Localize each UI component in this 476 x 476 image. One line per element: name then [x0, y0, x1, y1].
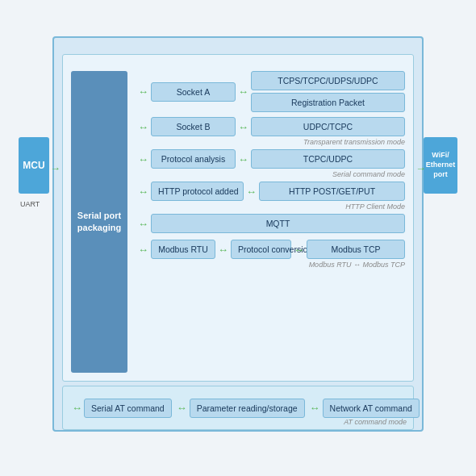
arrow-12: ↔ — [294, 244, 304, 256]
arrow-4: ↔ — [238, 121, 248, 133]
tcps-box: TCPS/TCPC/UDPS/UDPC — [251, 71, 405, 90]
arrow-15: ↔ — [310, 402, 320, 414]
serial-at-box: Serial AT command — [84, 399, 172, 418]
protocol-analysis-box: Protocol analysis — [151, 149, 236, 169]
http-post-box: HTTP POST/GET/PUT — [259, 182, 405, 201]
serial-port-block: Serial port packaging — [71, 71, 127, 373]
bottom-at-row: ↔ Serial AT command ↔ Parameter reading/… — [62, 386, 414, 430]
mcu-block: MCU — [19, 137, 49, 194]
modbus-mode-label: Modbus RTU ↔ Modbus TCP — [309, 261, 405, 269]
arrow-2: ↔ — [238, 86, 248, 98]
arrow-9: ↔ — [138, 218, 148, 230]
at-command-mode-label: AT command mode — [344, 418, 407, 426]
socket-b-row: ↔ Socket B ↔ UDPC/TCPC — [136, 117, 405, 136]
protocol-conversion-box: Protocol conversion — [231, 240, 291, 259]
socket-b-row-wrapper: ↔ Socket B ↔ UDPC/TCPC Transparent trans… — [136, 117, 405, 136]
inner-container: Serial port packaging ↔ Socket A ↔ — [62, 54, 414, 382]
arrow-8: ↔ — [246, 186, 257, 198]
socket-a-box: Socket A — [151, 82, 236, 102]
arrow-1: ↔ — [138, 86, 148, 98]
rows-area: ↔ Socket A ↔ TCPS/TCPC/UDPS/UDPC Registr… — [136, 71, 405, 373]
udpc-tcpc-box: UDPC/TCPC — [251, 117, 405, 136]
arrow-10: ↔ — [138, 244, 148, 256]
http-protocol-box: HTTP protocol added — [151, 182, 244, 201]
socket-b-box: Socket B — [151, 117, 236, 136]
protocol-row: ↔ Protocol analysis ↔ TCPC/UDPC — [136, 149, 405, 169]
arrow-7: ↔ — [138, 186, 148, 198]
registration-packet-box: Registration Packet — [251, 93, 405, 112]
tcpc-udpc-box: TCPC/UDPC — [251, 149, 405, 169]
arrow-6: ↔ — [238, 153, 248, 165]
network-at-box: Network AT command — [323, 399, 420, 418]
arrow-11: ↔ — [218, 244, 228, 256]
param-reading-box: Parameter reading/storage — [190, 399, 305, 418]
mqtt-row-wrapper: ↔ MQTT — [136, 214, 405, 233]
modbus-tcp-box: Modbus TCP — [307, 240, 405, 259]
modbus-rtu-box: Modbus RTU — [151, 240, 215, 259]
arrow-14: ↔ — [177, 402, 187, 414]
architecture-diagram: Serial port packaging ↔ Socket A ↔ — [12, 12, 464, 464]
uart-label: UART — [20, 200, 40, 208]
mqtt-row: ↔ MQTT — [136, 214, 405, 233]
arrow-5: ↔ — [138, 153, 148, 165]
modbus-row: ↔ Modbus RTU ↔ Protocol conversion ↔ Mod… — [136, 240, 405, 259]
protocol-row-wrapper: ↔ Protocol analysis ↔ TCPC/UDPC Serial c… — [136, 149, 405, 169]
http-row: ↔ HTTP protocol added ↔ HTTP POST/GET/PU… — [136, 182, 405, 201]
serial-command-mode-label: Serial command mode — [332, 170, 405, 178]
modbus-row-wrapper: ↔ Modbus RTU ↔ Protocol conversion ↔ Mod… — [136, 240, 405, 259]
mcu-arrow: → — [50, 162, 61, 174]
http-client-mode-label: HTTP Client Mode — [345, 203, 405, 211]
transparent-mode-label: Transparent transmission mode — [303, 138, 405, 146]
socket-a-row: ↔ Socket A ↔ TCPS/TCPC/UDPS/UDPC Registr… — [136, 71, 405, 112]
wifi-arrow: → — [415, 162, 426, 174]
http-row-wrapper: ↔ HTTP protocol added ↔ HTTP POST/GET/PU… — [136, 182, 405, 201]
outer-container: Serial port packaging ↔ Socket A ↔ — [52, 36, 424, 432]
wifi-block: WiFi/Ethernetport — [424, 137, 457, 194]
socket-a-row-wrapper: ↔ Socket A ↔ TCPS/TCPC/UDPS/UDPC Registr… — [136, 71, 405, 112]
mqtt-box: MQTT — [151, 214, 405, 233]
arrow-3: ↔ — [138, 121, 148, 133]
arrow-13: ↔ — [72, 402, 82, 414]
